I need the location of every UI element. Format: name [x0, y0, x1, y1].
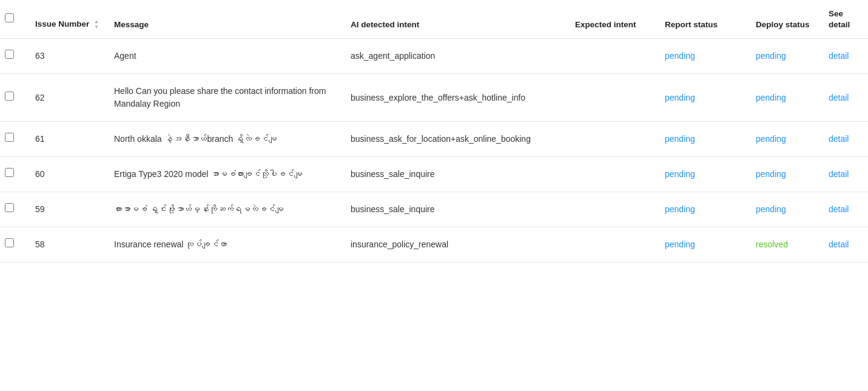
table-row: 62Hello Can you please share the contact…: [0, 74, 868, 122]
table-row: 60Ertiga Type3 2020 model အာမခံထားချင်လိ…: [0, 157, 868, 192]
table-row: 59ကားအာမခံ ရှင်းဖို့ဘာယ်မှန်းကိုဆက်ရမလဲခ…: [0, 192, 868, 227]
table-row: 58Insurance renewal လုပ်ချင်တာinsurance_…: [0, 227, 868, 262]
see-detail-cell[interactable]: detail: [821, 192, 868, 227]
message-cell: ကားအာမခံ ရှင်းဖို့ဘာယ်မှန်းကိုဆက်ရမလဲခင်…: [107, 192, 343, 227]
issue-number-cell: 63: [28, 39, 107, 74]
message-cell: North okkala နဲ့အနီးဘာယ်branch ရှိလဲခင်မ…: [107, 122, 343, 157]
ai-intent-cell: business_sale_inquire: [343, 157, 568, 192]
deploy-status-link[interactable]: resolved: [756, 239, 788, 249]
deploy-status-cell[interactable]: pending: [749, 157, 821, 192]
sort-up-icon: ▲: [94, 19, 99, 24]
deploy-status-cell[interactable]: pending: [749, 192, 821, 227]
ai-intent-cell: insurance_policy_renewal: [343, 227, 568, 262]
deploy-status-cell[interactable]: resolved: [749, 227, 821, 262]
deploy-status-link[interactable]: pending: [756, 204, 786, 214]
detail-link[interactable]: detail: [829, 204, 849, 214]
report-status-link[interactable]: pending: [665, 51, 695, 61]
ai-intent-cell: business_sale_inquire: [343, 192, 568, 227]
report-status-link[interactable]: pending: [665, 134, 695, 144]
report-status-cell[interactable]: pending: [658, 227, 749, 262]
see-detail-cell[interactable]: detail: [821, 39, 868, 74]
header-ai-detected-intent: AI detected intent: [343, 0, 568, 39]
report-status-link[interactable]: pending: [665, 93, 695, 102]
report-status-cell[interactable]: pending: [658, 192, 749, 227]
row-checkbox-cell: [0, 192, 28, 227]
header-expected-intent: Expected intent: [568, 0, 658, 39]
main-table-container: Issue Number ▲ ▼ Message AI detected int…: [0, 0, 868, 391]
message-cell: Agent: [107, 39, 343, 74]
row-checkbox[interactable]: [5, 133, 14, 142]
see-detail-cell[interactable]: detail: [821, 157, 868, 192]
header-deploy-status: Deploy status: [749, 0, 821, 39]
ai-intent-cell: business_ask_for_location+ask_online_boo…: [343, 122, 568, 157]
deploy-status-cell[interactable]: pending: [749, 39, 821, 74]
row-checkbox-cell: [0, 227, 28, 262]
sort-down-icon: ▼: [94, 25, 99, 30]
header-message: Message: [107, 0, 343, 39]
table-row: 63Agentask_agent_applicationpendingpendi…: [0, 39, 868, 74]
sort-icons[interactable]: ▲ ▼: [94, 19, 99, 30]
header-issue-number: Issue Number ▲ ▼: [28, 0, 107, 39]
row-checkbox[interactable]: [5, 168, 14, 177]
issue-number-cell: 61: [28, 122, 107, 157]
deploy-status-cell[interactable]: pending: [749, 74, 821, 122]
expected-intent-cell: [568, 227, 658, 262]
header-report-status: Report status: [658, 0, 749, 39]
header-see-detail: See detail: [821, 0, 868, 39]
detail-link[interactable]: detail: [829, 93, 849, 102]
row-checkbox[interactable]: [5, 203, 14, 212]
detail-link[interactable]: detail: [829, 169, 849, 179]
ai-intent-cell: ask_agent_application: [343, 39, 568, 74]
table-header-row: Issue Number ▲ ▼ Message AI detected int…: [0, 0, 868, 39]
see-detail-cell[interactable]: detail: [821, 74, 868, 122]
report-status-cell[interactable]: pending: [658, 74, 749, 122]
message-cell: Hello Can you please share the contact i…: [107, 74, 343, 122]
table-row: 61North okkala နဲ့အနီးဘာယ်branch ရှိလဲခင…: [0, 122, 868, 157]
see-detail-cell[interactable]: detail: [821, 227, 868, 262]
detail-link[interactable]: detail: [829, 239, 849, 249]
detail-link[interactable]: detail: [829, 51, 849, 61]
expected-intent-cell: [568, 39, 658, 74]
deploy-status-cell[interactable]: pending: [749, 122, 821, 157]
deploy-status-link[interactable]: pending: [756, 134, 786, 144]
report-status-cell[interactable]: pending: [658, 157, 749, 192]
deploy-status-link[interactable]: pending: [756, 51, 786, 61]
row-checkbox-cell: [0, 74, 28, 122]
issue-number-cell: 62: [28, 74, 107, 122]
row-checkbox-cell: [0, 122, 28, 157]
message-cell: Insurance renewal လုပ်ချင်တာ: [107, 227, 343, 262]
deploy-status-link[interactable]: pending: [756, 93, 786, 102]
issues-table: Issue Number ▲ ▼ Message AI detected int…: [0, 0, 868, 262]
expected-intent-cell: [568, 74, 658, 122]
expected-intent-cell: [568, 157, 658, 192]
detail-link[interactable]: detail: [829, 134, 849, 144]
row-checkbox[interactable]: [5, 92, 14, 101]
ai-intent-cell: business_explore_the_offers+ask_hotline_…: [343, 74, 568, 122]
report-status-cell[interactable]: pending: [658, 39, 749, 74]
report-status-link[interactable]: pending: [665, 204, 695, 214]
expected-intent-cell: [568, 192, 658, 227]
message-cell: Ertiga Type3 2020 model အာမခံထားချင်လို့…: [107, 157, 343, 192]
row-checkbox[interactable]: [5, 50, 14, 59]
select-all-checkbox[interactable]: [5, 13, 14, 22]
report-status-link[interactable]: pending: [665, 169, 695, 179]
see-detail-cell[interactable]: detail: [821, 122, 868, 157]
report-status-link[interactable]: pending: [665, 239, 695, 249]
row-checkbox-cell: [0, 157, 28, 192]
row-checkbox-cell: [0, 39, 28, 74]
header-checkbox-col: [0, 0, 28, 39]
issue-number-cell: 60: [28, 157, 107, 192]
report-status-cell[interactable]: pending: [658, 122, 749, 157]
issue-number-cell: 58: [28, 227, 107, 262]
row-checkbox[interactable]: [5, 238, 14, 247]
expected-intent-cell: [568, 122, 658, 157]
issue-number-cell: 59: [28, 192, 107, 227]
deploy-status-link[interactable]: pending: [756, 169, 786, 179]
